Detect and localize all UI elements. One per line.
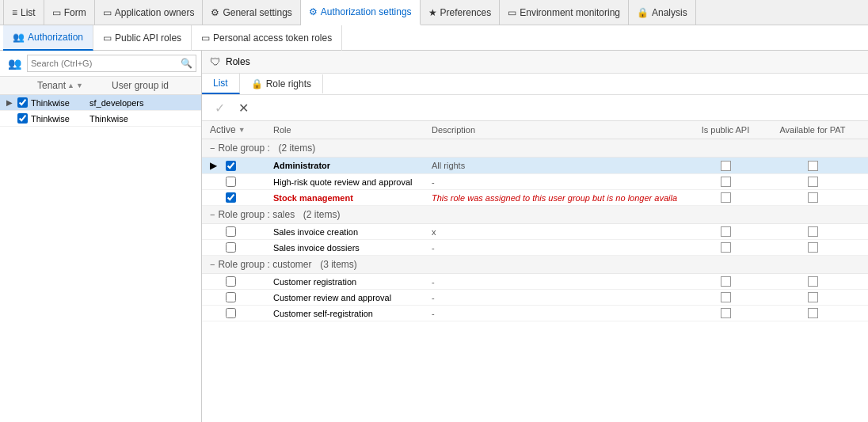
left-row[interactable]: ▶ Thinkwise sf_developers (0, 95, 201, 111)
expand-icon[interactable]: ▶ (5, 98, 14, 108)
search-icon: 🔍 (181, 58, 192, 69)
col-active[interactable]: Active ▼ (210, 124, 273, 135)
shield-icon: 🛡 (210, 55, 221, 68)
active-sort-icon: ▼ (238, 126, 246, 134)
role-pat (765, 161, 860, 171)
role-checkbox[interactable] (226, 161, 236, 171)
left-table-body: ▶ Thinkwise sf_developers ▶ Thinkwise Th… (0, 95, 201, 422)
tenant-sort-asc: ▲ (67, 82, 74, 89)
pat-checkbox[interactable] (808, 226, 818, 237)
authsettings-icon: ⚙ (309, 6, 318, 17)
role-expand[interactable]: ▶ (210, 160, 223, 171)
cell-groupid: Thinkwise (89, 114, 196, 124)
role-active-cell (210, 308, 273, 318)
role-checkbox[interactable] (226, 226, 236, 237)
role-name: Customer self-registration (273, 309, 432, 318)
pat-checkbox[interactable] (808, 192, 818, 203)
nav-authsettings[interactable]: ⚙ Authorization settings (301, 0, 421, 25)
role-checkbox[interactable] (226, 192, 236, 203)
role-row[interactable]: Customer registration - (202, 274, 868, 290)
nav-analysis[interactable]: 🔒 Analysis (629, 0, 696, 25)
role-group-count: (3 items) (320, 259, 357, 270)
role-description: - (432, 293, 686, 302)
search-input[interactable] (31, 59, 179, 68)
collapse-icon[interactable]: − (210, 260, 215, 269)
role-ispublic (686, 177, 765, 187)
pat-checkbox[interactable] (808, 292, 818, 302)
confirm-button[interactable]: ✓ (210, 98, 229, 117)
people-icon-btn[interactable]: 👥 (5, 54, 24, 73)
role-checkbox[interactable] (226, 276, 236, 287)
role-checkbox[interactable] (226, 242, 236, 253)
role-name: Administrator (273, 161, 432, 170)
pat-checkbox[interactable] (808, 177, 818, 187)
role-row[interactable]: ▶ Administrator All rights (202, 158, 868, 174)
envmonitoring-icon: ▭ (508, 7, 516, 18)
ispublic-checkbox[interactable] (721, 192, 731, 203)
row-checkbox[interactable] (17, 97, 28, 108)
nav-list-label: List (21, 7, 36, 18)
ispublic-checkbox[interactable] (721, 308, 731, 318)
cell-groupid: sf_developers (89, 98, 196, 108)
collapse-icon[interactable]: − (210, 143, 215, 153)
nav-authorization-label: Authorization (28, 32, 83, 43)
nav-generalsettings[interactable]: ⚙ General settings (203, 0, 300, 25)
roles-title: Roles (226, 56, 250, 67)
col-header-groupid[interactable]: User group id (112, 80, 196, 91)
col-header-tenant[interactable]: Tenant ▲ ▼ (37, 80, 108, 91)
nav-preferences[interactable]: ★ Preferences (421, 0, 501, 25)
ispublic-checkbox[interactable] (721, 242, 731, 253)
tenant-col-label: Tenant (37, 80, 66, 91)
col-ispublic: Is public API (686, 125, 765, 135)
role-row[interactable]: Customer review and approval - (202, 290, 868, 306)
main-area: 👥 🔍 Tenant ▲ ▼ User group id ▶ Thi (0, 51, 868, 422)
form-icon: ▭ (52, 7, 61, 18)
nav-publicapi[interactable]: ▭ Public API roles (93, 25, 192, 51)
nav-authorization[interactable]: 👥 Authorization (3, 25, 93, 51)
pat-checkbox[interactable] (808, 276, 818, 287)
role-expand-icon: ▶ (210, 160, 217, 171)
role-checkbox[interactable] (226, 177, 236, 187)
pat-checkbox[interactable] (808, 242, 818, 253)
tab-rolerights[interactable]: 🔒 Role rights (240, 74, 323, 93)
pat-checkbox[interactable] (808, 308, 818, 318)
pat-checkbox[interactable] (808, 161, 818, 171)
role-row[interactable]: Customer self-registration - (202, 306, 868, 321)
roles-table: Active ▼ Role Description Is public API … (202, 121, 868, 422)
ispublic-checkbox[interactable] (721, 161, 731, 171)
cancel-button[interactable]: ✕ (234, 98, 253, 117)
right-panel: 🛡 Roles List 🔒 Role rights ✓ ✕ Active (202, 51, 868, 422)
role-name: Stock management (273, 193, 432, 203)
role-pat (765, 177, 860, 187)
ispublic-checkbox[interactable] (721, 276, 731, 287)
roles-col-header: Active ▼ Role Description Is public API … (202, 121, 868, 139)
role-description: This role was assigned to this user grou… (432, 193, 686, 203)
lock-icon: 🔒 (251, 78, 263, 89)
left-row[interactable]: ▶ Thinkwise Thinkwise (0, 111, 201, 127)
role-pat (765, 192, 860, 203)
nav-envmonitoring[interactable]: ▭ Environment monitoring (500, 0, 629, 25)
role-group-header: − Role group : (2 items) (202, 139, 868, 158)
nav-analysis-label: Analysis (652, 7, 687, 18)
ispublic-checkbox[interactable] (721, 226, 731, 237)
col-active-label: Active (210, 124, 236, 135)
appowners-icon: ▭ (103, 7, 112, 18)
role-checkbox[interactable] (226, 308, 236, 318)
tab-list[interactable]: List (202, 74, 240, 94)
ispublic-checkbox[interactable] (721, 292, 731, 302)
role-row[interactable]: Sales invoice creation x (202, 224, 868, 240)
role-row[interactable]: Stock management This role was assigned … (202, 190, 868, 206)
nav-form[interactable]: ▭ Form (44, 0, 95, 25)
nav-personaltoken[interactable]: ▭ Personal access token roles (192, 25, 342, 51)
nav-appowners[interactable]: ▭ Application owners (95, 0, 204, 25)
role-row[interactable]: Sales invoice dossiers - (202, 240, 868, 256)
nav-generalsettings-label: General settings (223, 7, 291, 18)
ispublic-checkbox[interactable] (721, 177, 731, 187)
row-checkbox[interactable] (17, 113, 28, 124)
role-row[interactable]: High-risk quote review and approval - (202, 174, 868, 190)
role-group-header: − Role group : customer (3 items) (202, 256, 868, 274)
collapse-icon[interactable]: − (210, 210, 215, 219)
nav-list[interactable]: ≡ List (3, 0, 44, 25)
role-checkbox[interactable] (226, 292, 236, 302)
role-active-cell (210, 242, 273, 253)
